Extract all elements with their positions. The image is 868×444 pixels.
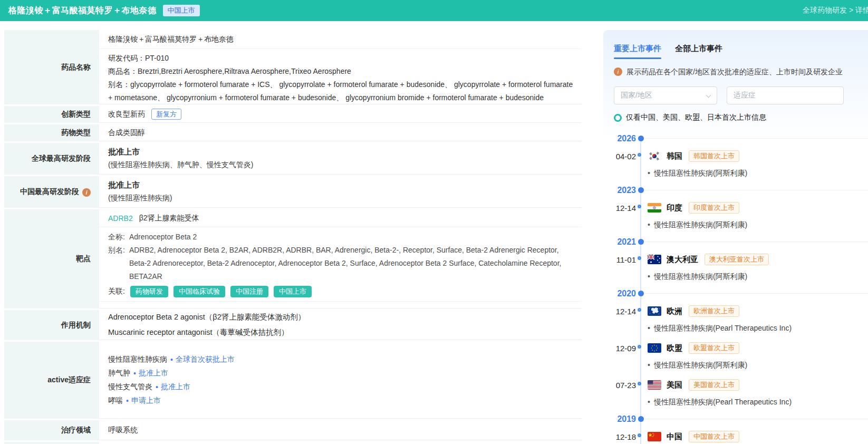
alias-line: 别名：glycopyrrolate + formoterol fumarate …	[108, 78, 573, 104]
year-label: 2019	[614, 414, 636, 424]
event-indication: •慢性阻塞性肺疾病(Pearl Therapeutics Inc)	[614, 324, 868, 333]
row-label: active适应症	[4, 342, 99, 419]
event-country: 欧洲	[667, 306, 682, 316]
full-name-label: 全称:	[108, 230, 125, 244]
related-tag-cn-launch[interactable]: 中国上市	[274, 286, 312, 297]
event-country: 中国	[667, 432, 682, 442]
target-link-adrb2[interactable]: ADRB2	[108, 214, 133, 223]
first-launch-badge: 印度首次上市	[689, 202, 739, 214]
event-node-icon	[638, 308, 641, 312]
indication-item: 哮喘 • 申请上市	[108, 396, 573, 406]
row-label: 中国最高研发阶段	[4, 176, 99, 208]
event-country: 印度	[667, 203, 682, 213]
indication-item: 肺气肿 • 批准上市	[108, 369, 573, 378]
indication-status-link[interactable]: 申请上市	[131, 396, 161, 406]
moa-line: Muscarinic receptor antagonist（毒蕈碱受体拮抗剂）	[108, 327, 573, 337]
related-tag-drug-rd[interactable]: 药物研发	[130, 286, 168, 297]
target-cn-name: β2肾上腺素能受体	[139, 214, 199, 223]
year-separator	[644, 138, 868, 139]
year-dot-icon	[638, 291, 644, 296]
therapy-area-value: 呼吸系统	[99, 420, 582, 440]
event-node-icon	[638, 345, 641, 349]
row-global-stage: 全球最高研发阶段 批准上市 (慢性阻塞性肺疾病、肺气肿、慢性支气管炎)	[4, 143, 582, 175]
year-dot-icon	[638, 239, 644, 245]
row-label: 治疗领域	[4, 420, 99, 440]
event-date: 11-01	[614, 255, 636, 264]
row-label: 药物类型	[4, 124, 99, 141]
first-launch-badge: 美国首次上市	[689, 379, 739, 391]
new-combination-tag: 新复方	[151, 109, 181, 120]
row-label: 作用机制	[4, 310, 99, 340]
event-date: 12-14	[614, 204, 636, 213]
timeline-event: 12-09 欧盟 欧盟首次上市	[614, 341, 868, 355]
target-full-name: Adrenoceptor Beta 2	[129, 230, 573, 244]
event-indication: •慢性阻塞性肺疾病(Pearl Therapeutics Inc)	[614, 398, 868, 407]
radio-label: 仅看中国、美国、欧盟、日本首次上市信息	[626, 113, 766, 122]
year-dot-icon	[638, 416, 644, 422]
target-link-machr[interactable]: mAChR	[108, 308, 134, 308]
row-label: 创新类型	[4, 106, 99, 123]
alias-label: 别名:	[108, 244, 125, 283]
row-drug-name: 药品名称 格隆溴铵＋富马酸福莫特罗＋布地奈德 研发代码：PT-010 商品名：B…	[4, 30, 582, 104]
timeline-year: 2026	[614, 134, 868, 146]
year-label: 2026	[614, 134, 636, 143]
row-innovation-type: 创新类型 改良型新药 新复方	[4, 106, 582, 123]
china-stage-status: 批准上市	[108, 180, 573, 190]
indication-status-link[interactable]: 全球首次获批上市	[176, 355, 235, 364]
related-label: 关联:	[108, 287, 125, 296]
first-launch-badge: 欧盟首次上市	[689, 342, 739, 354]
drug-name: 格隆溴铵＋富马酸福莫特罗＋布地奈德	[99, 30, 582, 49]
event-country: 欧盟	[667, 343, 682, 353]
year-label: 2021	[614, 237, 636, 247]
flag-us-icon	[648, 380, 661, 390]
year-separator	[644, 242, 868, 242]
row-china-stage: 中国最高研发阶段 批准上市 (慢性阻塞性肺疾病)	[4, 176, 582, 208]
row-target: 靶点 ADRB2 β2肾上腺素能受体 全称: Adrenoceptor Beta…	[4, 209, 582, 308]
launch-timeline: 2026 04-02 韩国 韩国首次上市 •慢性阻塞性肺疾病(阿斯利康) 202…	[614, 134, 868, 444]
timeline-event: 04-02 韩国 韩国首次上市	[614, 149, 868, 163]
moa-line: Adrenoceptor Beta 2 agonist（β2肾上腺素能受体激动剂…	[108, 312, 573, 322]
breadcrumb[interactable]: 全球药物研发 > 详情	[803, 0, 868, 21]
event-node-icon	[638, 382, 641, 385]
related-tag-cn-registration[interactable]: 中国注册	[230, 286, 268, 297]
page-title: 格隆溴铵＋富马酸福莫特罗＋布地奈德	[8, 5, 157, 16]
indication-item: 慢性支气管炎 • 批准上市	[108, 382, 573, 392]
indication-status-link[interactable]: 批准上市	[161, 382, 190, 392]
dev-code-line: 研发代码：PT-010	[108, 52, 573, 65]
timeline-year: 2019	[614, 414, 868, 426]
year-separator	[644, 293, 868, 294]
event-node-icon	[638, 256, 641, 260]
target-cn-name: 毒蕈碱受体	[140, 307, 177, 308]
indication-filter-input[interactable]: 适应症	[727, 86, 844, 104]
indication-status-link[interactable]: 批准上市	[139, 369, 168, 378]
chevron-down-icon	[706, 93, 711, 98]
panel-info-note: 展示药品在各个国家/地区首次批准的适应症、上市时间及研发企业	[614, 66, 868, 77]
target-aliases: ADRB2, Adrenoceptor Beta 2, B2AR, ADRB2R…	[129, 244, 573, 283]
event-country: 韩国	[667, 151, 682, 161]
event-date: 12-14	[614, 307, 636, 316]
row-drug-type: 药物类型 合成类固醇	[4, 124, 582, 141]
related-tag-cn-trials[interactable]: 中国临床试验	[173, 286, 225, 297]
event-indication: •慢性阻塞性肺疾病(阿斯利康)	[614, 361, 868, 370]
tab-all-launch-events[interactable]: 全部上市事件	[675, 44, 722, 59]
first-launch-radio[interactable]	[614, 114, 622, 122]
global-stage-detail: (慢性阻塞性肺疾病、肺气肿、慢性支气管炎)	[108, 160, 573, 170]
flag-europe-icon	[648, 306, 661, 316]
event-node-icon	[638, 153, 641, 157]
info-icon[interactable]	[82, 188, 91, 197]
flag-kr-icon	[648, 151, 661, 161]
launch-events-panel: 重要上市事件 全部上市事件 展示药品在各个国家/地区首次批准的适应症、上市时间及…	[603, 30, 868, 444]
event-indication: •慢性阻塞性肺疾病(阿斯利康)	[614, 169, 868, 178]
row-label: 药品名称	[4, 30, 99, 104]
flag-eu-icon	[648, 343, 661, 353]
first-launch-badge: 欧洲首次上市	[689, 305, 739, 317]
tab-key-launch-events[interactable]: 重要上市事件	[614, 44, 661, 59]
drug-info-table: 药品名称 格隆溴铵＋富马酸福莫特罗＋布地奈德 研发代码：PT-010 商品名：B…	[4, 30, 582, 444]
first-launch-badge: 澳大利亚首次上市	[705, 254, 769, 265]
country-region-select[interactable]: 国家/地区	[614, 86, 717, 104]
drug-type-value: 合成类固醇	[99, 124, 582, 141]
timeline-event: 11-01 澳大利亚 澳大利亚首次上市	[614, 252, 868, 267]
china-stage-detail: (慢性阻塞性肺疾病)	[108, 194, 573, 203]
events-tabs: 重要上市事件 全部上市事件	[614, 44, 868, 59]
innovation-value: 改良型新药	[108, 110, 145, 119]
